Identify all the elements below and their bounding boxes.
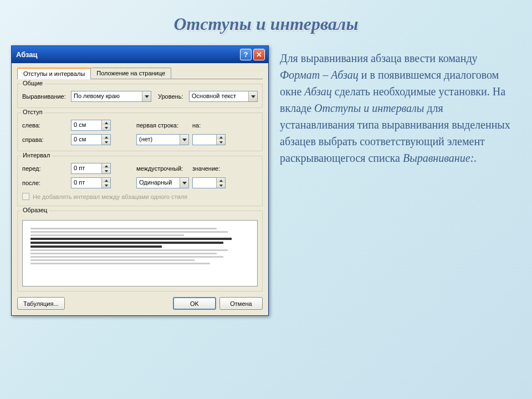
tab-position[interactable]: Положение на странице	[90, 68, 171, 79]
after-label: после:	[22, 180, 68, 186]
alignment-combo[interactable]: По левому краю	[71, 91, 151, 102]
description-text: Для выравнивания абзаца ввести команду Ф…	[280, 45, 521, 316]
by-label: на:	[192, 122, 209, 129]
chevron-down-icon	[142, 91, 151, 101]
preview-box	[22, 220, 258, 287]
tabs-button[interactable]: Табуляция...	[17, 297, 65, 310]
level-combo[interactable]: Основной текст	[189, 91, 258, 102]
firstline-label: первая строка:	[136, 122, 189, 129]
indent-left-label: слева:	[22, 122, 68, 129]
close-button[interactable]: ✕	[253, 49, 265, 60]
checkbox-icon	[22, 193, 29, 200]
help-button[interactable]: ?	[240, 49, 252, 60]
linespacing-label: междустрочный:	[136, 165, 189, 172]
chevron-down-icon	[180, 178, 188, 188]
tab-indents[interactable]: Отступы и интервалы	[17, 68, 91, 79]
before-label: перед:	[22, 165, 68, 172]
linespacing-combo[interactable]: Одинарный	[136, 177, 189, 188]
window-title: Абзац	[16, 50, 38, 59]
indent-left-spin[interactable]: 0 см	[71, 120, 111, 131]
chevron-down-icon	[248, 91, 257, 101]
group-spacing-label: Интервал	[21, 152, 52, 158]
slide-title: Отступы и интервалы	[0, 0, 532, 45]
group-general-label: Общие	[21, 80, 44, 86]
after-spin[interactable]: 0 пт	[71, 177, 111, 188]
chevron-down-icon	[180, 135, 188, 145]
ok-button[interactable]: OK	[173, 297, 216, 310]
indent-right-spin[interactable]: 0 см	[71, 134, 111, 145]
cancel-button[interactable]: Отмена	[219, 297, 263, 310]
by-spin[interactable]	[192, 134, 226, 145]
before-spin[interactable]: 0 пт	[71, 163, 111, 174]
group-preview: Образец	[17, 211, 263, 291]
alignment-label: Выравнивание:	[22, 93, 68, 100]
group-indent-label: Отступ	[21, 109, 44, 115]
titlebar[interactable]: Абзац ? ✕	[12, 46, 268, 63]
group-preview-label: Образец	[21, 207, 49, 213]
group-general: Общие Выравнивание: По левому краю Урове…	[17, 84, 263, 108]
indent-right-label: справа:	[22, 136, 68, 143]
paragraph-dialog: Абзац ? ✕ Отступы и интервалы Положение …	[11, 45, 269, 316]
at-spin[interactable]	[192, 177, 226, 188]
tab-strip: Отступы и интервалы Положение на страниц…	[17, 68, 263, 79]
at-label: значение:	[192, 165, 220, 172]
noadd-checkbox[interactable]: Не добавлять интервал между абзацами одн…	[22, 193, 258, 200]
level-label: Уровень:	[158, 93, 186, 100]
group-indent: Отступ слева: 0 см первая строка: на: сп…	[17, 112, 263, 151]
firstline-combo[interactable]: (нет)	[136, 134, 189, 145]
group-spacing: Интервал перед: 0 пт междустрочный: знач…	[17, 156, 263, 206]
